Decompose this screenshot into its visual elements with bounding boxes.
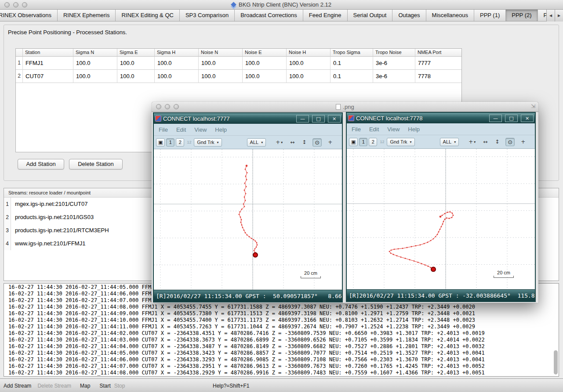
minimize-window-button[interactable] bbox=[13, 2, 18, 7]
zoom-menu-button[interactable]: + ▾ bbox=[467, 139, 477, 145]
crosshair-button[interactable]: + bbox=[519, 139, 527, 145]
fit-horizontal-button[interactable]: ↔ bbox=[289, 139, 296, 145]
maximize-button[interactable]: □ bbox=[312, 115, 325, 122]
delete-station-button[interactable]: Delete Station bbox=[69, 159, 123, 169]
table-cell[interactable]: 3e-6 bbox=[373, 57, 415, 70]
zoom-menu-button[interactable]: + ▾ bbox=[274, 139, 284, 145]
track-mode-select[interactable]: Gnd Trk ▾ bbox=[387, 138, 414, 146]
crosshair-button[interactable]: + bbox=[327, 139, 334, 145]
tab-ppp-2-[interactable]: PPP (2) bbox=[506, 10, 538, 21]
satellite-select[interactable]: ALL ▾ bbox=[440, 138, 459, 146]
tab-rinex-observations[interactable]: RINEX Observations bbox=[0, 10, 58, 21]
two-panel-button[interactable]: 2 bbox=[369, 138, 377, 146]
menu-edit[interactable]: Edit bbox=[176, 126, 186, 133]
connect-titlebar-7777[interactable]: CONNECT localhost:7777 — □ × bbox=[154, 113, 342, 124]
table-cell[interactable]: CUT07 bbox=[23, 70, 73, 83]
bottombar-delete-stream-button[interactable]: Delete Stream bbox=[37, 383, 71, 389]
table-cell[interactable]: 100.0 bbox=[155, 70, 199, 83]
satellite-select[interactable]: ALL ▾ bbox=[247, 138, 266, 147]
bottombar-add-stream-button[interactable]: Add Stream bbox=[4, 383, 31, 389]
fit-vertical-button[interactable]: ↕ bbox=[301, 139, 308, 145]
track-mode-select[interactable]: Gnd Trk ▾ bbox=[194, 138, 222, 147]
connect-window-7777[interactable]: CONNECT localhost:7777 — □ × FileEditVie… bbox=[153, 112, 343, 302]
table-cell[interactable]: 100.0 bbox=[117, 57, 155, 70]
table-cell[interactable]: FFMJ1 bbox=[23, 57, 73, 70]
table-cell[interactable]: 0.1 bbox=[331, 70, 373, 83]
table-row[interactable]: 1FFMJ1100.0100.0100.0100.0100.0100.00.13… bbox=[16, 57, 461, 70]
scroll-tabs-left-button[interactable]: ◀ bbox=[546, 10, 555, 22]
plot-svg-0[interactable] bbox=[154, 149, 342, 290]
png-titlebar[interactable]: .png ⇲ bbox=[152, 102, 538, 112]
minimize-window-button[interactable] bbox=[165, 104, 170, 109]
ground-track-plot[interactable]: 20 cm bbox=[347, 148, 535, 289]
table-cell[interactable]: 100.0 bbox=[199, 70, 243, 83]
log-scrollbar-thumb[interactable] bbox=[554, 350, 558, 374]
close-window-button[interactable] bbox=[156, 104, 161, 109]
tab-rinex-ephemeris[interactable]: RINEX Ephemeris bbox=[58, 10, 116, 21]
close-button[interactable]: × bbox=[328, 115, 341, 122]
zoom-window-button[interactable] bbox=[22, 2, 27, 7]
twelve-panel-button[interactable]: 12 bbox=[185, 140, 193, 144]
bottombar-start-button[interactable]: Start bbox=[99, 383, 110, 389]
table-cell[interactable]: 3e-6 bbox=[373, 70, 415, 83]
connect-titlebar-7778[interactable]: CONNECT localhost:7778 — □ × bbox=[347, 113, 535, 123]
close-window-button[interactable] bbox=[4, 2, 10, 7]
table-cell[interactable]: 100.0 bbox=[155, 57, 199, 70]
tab-scroll-arrows: ◀ ▶ bbox=[546, 10, 563, 22]
table-row[interactable]: 2CUT07100.0100.0100.0100.0100.0100.00.13… bbox=[16, 70, 461, 83]
twelve-panel-button[interactable]: 12 bbox=[378, 140, 385, 144]
table-cell[interactable]: 7777 bbox=[415, 57, 461, 70]
menu-file[interactable]: File bbox=[352, 126, 361, 133]
menu-help[interactable]: Help bbox=[408, 126, 420, 133]
menu-view[interactable]: View bbox=[194, 126, 207, 133]
center-view-button[interactable]: ⊙ bbox=[312, 138, 322, 147]
tab-ppp-1-[interactable]: PPP (1) bbox=[474, 10, 506, 21]
plot-svg-1[interactable] bbox=[347, 149, 535, 289]
one-panel-button[interactable]: 1 bbox=[166, 138, 174, 147]
table-cell[interactable]: 100.0 bbox=[73, 70, 117, 83]
menu-edit[interactable]: Edit bbox=[369, 126, 379, 133]
center-view-button[interactable]: ⊙ bbox=[505, 138, 515, 146]
tab-miscellaneous[interactable]: Miscellaneous bbox=[426, 10, 474, 21]
table-cell[interactable]: 100.0 bbox=[199, 57, 243, 70]
table-cell[interactable]: 100.0 bbox=[117, 70, 155, 83]
log-scrollbar[interactable] bbox=[553, 284, 558, 375]
two-panel-button[interactable]: 2 bbox=[176, 138, 184, 147]
connect-window-7778[interactable]: CONNECT localhost:7778 — □ × FileEditVie… bbox=[346, 112, 536, 302]
table-cell[interactable]: 100.0 bbox=[287, 70, 331, 83]
minimize-button[interactable]: — bbox=[489, 115, 502, 122]
menu-view[interactable]: View bbox=[387, 126, 400, 133]
close-button[interactable]: × bbox=[521, 115, 534, 122]
panes-button[interactable]: ▣ bbox=[349, 138, 358, 146]
table-cell[interactable]: 100.0 bbox=[287, 57, 331, 70]
resize-icon[interactable]: ⇲ bbox=[531, 103, 535, 109]
menu-help[interactable]: Help bbox=[215, 126, 227, 133]
add-station-button[interactable]: Add Station bbox=[18, 159, 64, 169]
panes-button[interactable]: ▣ bbox=[156, 138, 165, 147]
png-preview-window[interactable]: .png ⇲ CONNECT localhost:7777 — □ × File… bbox=[152, 102, 538, 303]
scroll-tabs-right-button[interactable]: ▶ bbox=[555, 10, 563, 22]
tab-sp3-comparison[interactable]: SP3 Comparison bbox=[180, 10, 235, 21]
maximize-button[interactable]: □ bbox=[505, 115, 518, 122]
table-cell[interactable]: 100.0 bbox=[243, 70, 287, 83]
ground-track-plot[interactable]: 20 cm bbox=[154, 149, 342, 290]
table-cell[interactable]: 0.1 bbox=[331, 57, 373, 70]
menu-file[interactable]: File bbox=[159, 126, 168, 133]
log-line: 16-02-27 11:44:30 2016-02-27_11:44:07.00… bbox=[8, 363, 552, 370]
bottombar-map-button[interactable]: Map bbox=[80, 383, 90, 389]
fit-horizontal-button[interactable]: ↔ bbox=[482, 139, 489, 145]
tab-rinex-editing-qc[interactable]: RINEX Editing & QC bbox=[116, 10, 180, 21]
tab-broadcast-corrections[interactable]: Broadcast Corrections bbox=[235, 10, 303, 21]
one-panel-button[interactable]: 1 bbox=[359, 138, 367, 146]
table-cell[interactable]: 100.0 bbox=[243, 57, 287, 70]
minimize-button[interactable]: — bbox=[296, 115, 309, 122]
table-cell[interactable]: 100.0 bbox=[73, 57, 117, 70]
bottombar-stop-button[interactable]: Stop bbox=[114, 383, 125, 389]
fit-vertical-button[interactable]: ↕ bbox=[494, 139, 501, 145]
tab-feed-engine[interactable]: Feed Engine bbox=[303, 10, 348, 21]
main-titlebar[interactable]: BKG Ntrip Client (BNC) Version 2.12 bbox=[0, 0, 563, 10]
table-cell[interactable]: 7778 bbox=[415, 70, 461, 83]
tab-outages[interactable]: Outages bbox=[392, 10, 426, 21]
zoom-window-button[interactable] bbox=[174, 104, 179, 109]
tab-serial-output[interactable]: Serial Output bbox=[348, 10, 393, 21]
